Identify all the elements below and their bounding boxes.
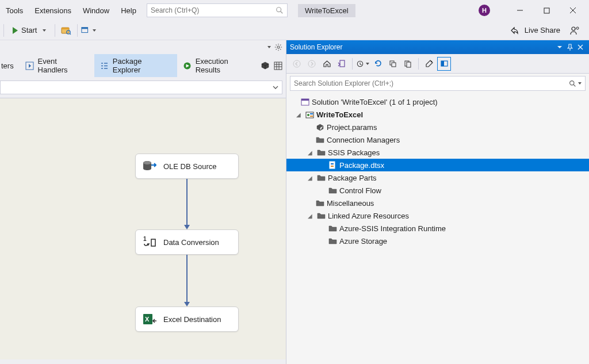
- toolbar-icon-2[interactable]: [81, 23, 96, 38]
- database-icon: [141, 159, 158, 173]
- back-button[interactable]: [290, 57, 304, 71]
- collapse-icon[interactable]: ◢: [306, 148, 314, 156]
- folder-icon: [315, 135, 324, 144]
- forward-button[interactable]: [305, 57, 319, 71]
- tree-miscellaneous[interactable]: Miscellaneous: [286, 197, 589, 209]
- menu-tools[interactable]: Tools: [0, 3, 29, 18]
- chevron-down-icon[interactable]: [267, 46, 271, 48]
- svg-text:1: 1: [143, 236, 147, 242]
- tree-label: Miscellaneous: [327, 199, 374, 208]
- start-label: Start: [21, 26, 37, 35]
- collapse-icon[interactable]: ◢: [306, 212, 314, 220]
- live-share-button[interactable]: Live Share: [525, 26, 560, 35]
- chevron-down-icon: [43, 29, 46, 32]
- home-button[interactable]: [320, 57, 334, 71]
- main-split: ters Event Handlers Package Explorer Exe…: [0, 40, 589, 364]
- svg-line-21: [276, 49, 277, 49]
- user-avatar[interactable]: H: [479, 5, 490, 16]
- node-data-conversion[interactable]: 1 Data Conversion: [135, 229, 239, 255]
- menu-extensions[interactable]: Extensions: [29, 3, 77, 18]
- properties-button[interactable]: [422, 57, 436, 71]
- svg-rect-68: [331, 163, 334, 164]
- data-flow-canvas[interactable]: OLE DB Source 1 Data Conversion X Excel …: [0, 98, 286, 359]
- sync-active-doc-button[interactable]: [335, 57, 349, 71]
- pending-changes-button[interactable]: [356, 57, 370, 71]
- collapse-icon[interactable]: ◢: [294, 110, 303, 118]
- solution-explorer-titlebar[interactable]: Solution Explorer: [286, 40, 589, 54]
- collapse-icon[interactable]: ◢: [306, 174, 314, 182]
- scope-dropdown[interactable]: [0, 81, 282, 94]
- project-title-badge: WriteToExcel: [298, 4, 355, 17]
- node-ole-db-source[interactable]: OLE DB Source: [135, 154, 239, 179]
- tree-package-dtsx[interactable]: Package.dtsx: [286, 159, 589, 171]
- solution-explorer-search[interactable]: [290, 76, 586, 91]
- collapse-all-button[interactable]: [386, 57, 400, 71]
- svg-rect-62: [301, 99, 309, 101]
- svg-point-56: [430, 61, 432, 63]
- tree-linked-azure[interactable]: ◢ Linked Azure Resources: [286, 209, 589, 222]
- tab-execution-results[interactable]: Execution Results: [177, 54, 261, 77]
- tree-solution-root[interactable]: Solution 'WriteToExcel' (1 of 1 project): [286, 95, 589, 108]
- solution-explorer-search-input[interactable]: [294, 79, 569, 87]
- tree-azure-ssis-ir[interactable]: Azure-SSIS Integration Runtime: [286, 222, 589, 235]
- gear-icon[interactable]: [274, 43, 282, 51]
- doc-window-controls: [0, 40, 286, 54]
- connector-arrow[interactable]: [186, 255, 188, 302]
- menubar: Tools Extensions Window Help WriteToExce…: [0, 0, 589, 21]
- excel-icon: X: [141, 312, 158, 326]
- tab-parameters[interactable]: ters: [0, 59, 20, 73]
- toolbar-separator: [55, 24, 55, 37]
- tab-event-handlers[interactable]: Event Handlers: [20, 54, 94, 77]
- feedback-icon[interactable]: [569, 25, 580, 36]
- svg-point-47: [308, 60, 315, 67]
- tree-ssis-packages[interactable]: ◢ SSIS Packages: [286, 146, 589, 159]
- toolbar-icon-1[interactable]: [59, 23, 74, 38]
- folder-icon: [316, 173, 326, 182]
- solution-tree: Solution 'WriteToExcel' (1 of 1 project)…: [286, 93, 589, 364]
- tree-label: WriteToExcel: [316, 110, 363, 119]
- preview-button[interactable]: [437, 57, 451, 71]
- tree-azure-storage[interactable]: Azure Storage: [286, 235, 589, 247]
- node-label: Data Conversion: [163, 238, 219, 247]
- tree-connection-managers[interactable]: Connection Managers: [286, 133, 589, 146]
- minimize-button[interactable]: [507, 2, 533, 18]
- panel-dropdown-button[interactable]: [554, 42, 565, 52]
- main-toolbar: Start Live Share: [0, 21, 589, 40]
- quick-launch-input[interactable]: [151, 6, 276, 14]
- close-button[interactable]: [560, 2, 586, 18]
- svg-line-19: [276, 45, 277, 45]
- menu-window[interactable]: Window: [77, 3, 115, 18]
- panel-close-button[interactable]: [575, 42, 586, 52]
- grid-icon[interactable]: [273, 61, 282, 70]
- tree-package-parts[interactable]: ◢ Package Parts: [286, 171, 589, 184]
- tree-label: Azure-SSIS Integration Runtime: [339, 224, 446, 233]
- node-label: Excel Destination: [163, 315, 221, 324]
- dtsx-icon: [328, 160, 337, 170]
- connector-arrow[interactable]: [186, 179, 188, 225]
- maximize-button[interactable]: [534, 2, 559, 18]
- tree-project-params[interactable]: Project.params: [286, 121, 589, 133]
- start-button[interactable]: Start: [7, 24, 51, 37]
- package-explorer-icon: [100, 61, 109, 70]
- svg-line-60: [573, 85, 575, 86]
- refresh-button[interactable]: [371, 57, 385, 71]
- event-handlers-icon: [25, 61, 35, 70]
- pin-button[interactable]: [565, 42, 575, 52]
- tree-label: Azure Storage: [339, 237, 387, 246]
- node-excel-destination[interactable]: X Excel Destination: [135, 306, 239, 332]
- cube-icon[interactable]: [261, 61, 270, 70]
- svg-rect-41: [151, 239, 155, 246]
- show-all-files-button[interactable]: [401, 57, 415, 71]
- tree-label: Solution 'WriteToExcel' (1 of 1 project): [312, 98, 438, 106]
- tree-project[interactable]: ◢ WriteToExcel: [286, 108, 589, 121]
- chevron-down-icon: [273, 86, 278, 89]
- menu-help[interactable]: Help: [115, 3, 142, 18]
- quick-launch-search[interactable]: [147, 3, 288, 17]
- project-icon: [305, 110, 314, 119]
- svg-line-20: [280, 49, 281, 49]
- svg-rect-63: [306, 112, 313, 118]
- tab-package-explorer[interactable]: Package Explorer: [94, 54, 177, 77]
- chevron-down-icon[interactable]: [578, 82, 582, 85]
- tree-control-flow[interactable]: Control Flow: [286, 184, 589, 197]
- svg-rect-48: [340, 60, 345, 67]
